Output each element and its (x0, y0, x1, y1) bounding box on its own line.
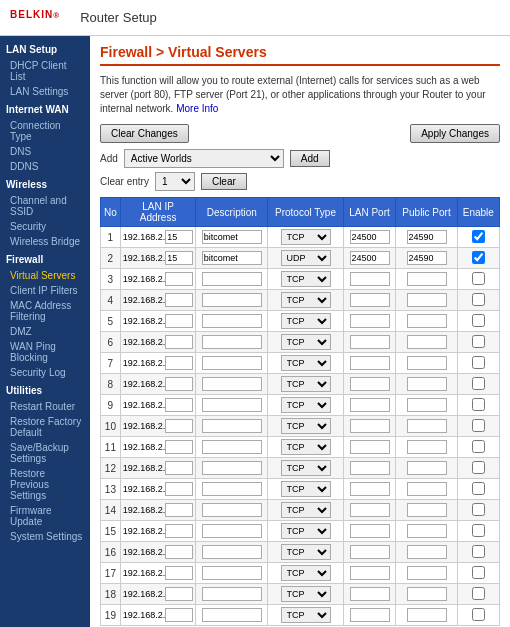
protocol-select[interactable]: TCPUDPBoth (281, 523, 331, 539)
enable-checkbox[interactable] (472, 482, 485, 495)
public-port-input[interactable] (407, 377, 447, 391)
sidebar-item-dmz[interactable]: DMZ (0, 324, 90, 339)
description-input[interactable] (202, 251, 262, 265)
public-port-input[interactable] (407, 566, 447, 580)
lan-port-input[interactable] (350, 377, 390, 391)
ip-suffix-input[interactable] (165, 587, 193, 601)
lan-port-input[interactable] (350, 419, 390, 433)
lan-port-input[interactable] (350, 251, 390, 265)
description-input[interactable] (202, 482, 262, 496)
enable-checkbox[interactable] (472, 293, 485, 306)
enable-checkbox[interactable] (472, 398, 485, 411)
sidebar-item-ddns[interactable]: DDNS (0, 159, 90, 174)
public-port-input[interactable] (407, 293, 447, 307)
sidebar-item-wan-ping[interactable]: WAN Ping Blocking (0, 339, 90, 365)
sidebar-item-factory-default[interactable]: Restore Factory Default (0, 414, 90, 440)
enable-checkbox[interactable] (472, 524, 485, 537)
enable-checkbox[interactable] (472, 587, 485, 600)
lan-port-input[interactable] (350, 335, 390, 349)
sidebar-item-restore-prev[interactable]: Restore Previous Settings (0, 466, 90, 503)
lan-port-input[interactable] (350, 440, 390, 454)
lan-port-input[interactable] (350, 314, 390, 328)
lan-port-input[interactable] (350, 608, 390, 622)
ip-suffix-input[interactable] (165, 293, 193, 307)
enable-checkbox[interactable] (472, 377, 485, 390)
enable-checkbox[interactable] (472, 356, 485, 369)
lan-port-input[interactable] (350, 482, 390, 496)
ip-suffix-input[interactable] (165, 503, 193, 517)
lan-port-input[interactable] (350, 398, 390, 412)
public-port-input[interactable] (407, 587, 447, 601)
lan-port-input[interactable] (350, 272, 390, 286)
sidebar-item-virtual-servers[interactable]: Virtual Servers (0, 268, 90, 283)
protocol-select[interactable]: TCPUDPBoth (281, 544, 331, 560)
ip-suffix-input[interactable] (165, 314, 193, 328)
sidebar-item-security[interactable]: Security (0, 219, 90, 234)
protocol-select[interactable]: TCPUDPBoth (281, 250, 331, 266)
description-input[interactable] (202, 587, 262, 601)
description-input[interactable] (202, 398, 262, 412)
enable-checkbox[interactable] (472, 566, 485, 579)
sidebar-item-lan-settings[interactable]: LAN Settings (0, 84, 90, 99)
description-input[interactable] (202, 608, 262, 622)
lan-port-input[interactable] (350, 293, 390, 307)
sidebar-item-restart[interactable]: Restart Router (0, 399, 90, 414)
enable-checkbox[interactable] (472, 461, 485, 474)
enable-checkbox[interactable] (472, 251, 485, 264)
public-port-input[interactable] (407, 419, 447, 433)
ip-suffix-input[interactable] (165, 419, 193, 433)
ip-suffix-input[interactable] (165, 398, 193, 412)
sidebar-item-security-log[interactable]: Security Log (0, 365, 90, 380)
protocol-select[interactable]: TCPUDPBoth (281, 229, 331, 245)
more-info-link[interactable]: More Info (176, 103, 218, 114)
sidebar-item-mac-filtering[interactable]: MAC Address Filtering (0, 298, 90, 324)
description-input[interactable] (202, 314, 262, 328)
lan-port-input[interactable] (350, 356, 390, 370)
enable-checkbox[interactable] (472, 335, 485, 348)
protocol-select[interactable]: TCPUDPBoth (281, 502, 331, 518)
lan-port-input[interactable] (350, 587, 390, 601)
public-port-input[interactable] (407, 335, 447, 349)
description-input[interactable] (202, 335, 262, 349)
lan-port-input[interactable] (350, 524, 390, 538)
description-input[interactable] (202, 545, 262, 559)
ip-suffix-input[interactable] (165, 335, 193, 349)
ip-suffix-input[interactable] (165, 356, 193, 370)
public-port-input[interactable] (407, 398, 447, 412)
public-port-input[interactable] (407, 356, 447, 370)
ip-suffix-input[interactable] (165, 566, 193, 580)
description-input[interactable] (202, 356, 262, 370)
enable-checkbox[interactable] (472, 608, 485, 621)
ip-suffix-input[interactable] (165, 272, 193, 286)
add-select[interactable]: Active Worlds (124, 149, 284, 168)
public-port-input[interactable] (407, 230, 447, 244)
description-input[interactable] (202, 461, 262, 475)
public-port-input[interactable] (407, 608, 447, 622)
public-port-input[interactable] (407, 314, 447, 328)
sidebar-item-firmware[interactable]: Firmware Update (0, 503, 90, 529)
description-input[interactable] (202, 377, 262, 391)
protocol-select[interactable]: TCPUDPBoth (281, 271, 331, 287)
description-input[interactable] (202, 419, 262, 433)
lan-port-input[interactable] (350, 503, 390, 517)
protocol-select[interactable]: TCPUDPBoth (281, 334, 331, 350)
description-input[interactable] (202, 524, 262, 538)
ip-suffix-input[interactable] (165, 251, 193, 265)
add-button[interactable]: Add (290, 150, 330, 167)
ip-suffix-input[interactable] (165, 461, 193, 475)
ip-suffix-input[interactable] (165, 608, 193, 622)
description-input[interactable] (202, 503, 262, 517)
protocol-select[interactable]: TCPUDPBoth (281, 313, 331, 329)
enable-checkbox[interactable] (472, 440, 485, 453)
protocol-select[interactable]: TCPUDPBoth (281, 355, 331, 371)
ip-suffix-input[interactable] (165, 482, 193, 496)
ip-suffix-input[interactable] (165, 440, 193, 454)
sidebar-item-dhcp[interactable]: DHCP Client List (0, 58, 90, 84)
protocol-select[interactable]: TCPUDPBoth (281, 586, 331, 602)
lan-port-input[interactable] (350, 545, 390, 559)
sidebar-item-client-ip-filters[interactable]: Client IP Filters (0, 283, 90, 298)
protocol-select[interactable]: TCPUDPBoth (281, 460, 331, 476)
public-port-input[interactable] (407, 524, 447, 538)
public-port-input[interactable] (407, 503, 447, 517)
description-input[interactable] (202, 272, 262, 286)
